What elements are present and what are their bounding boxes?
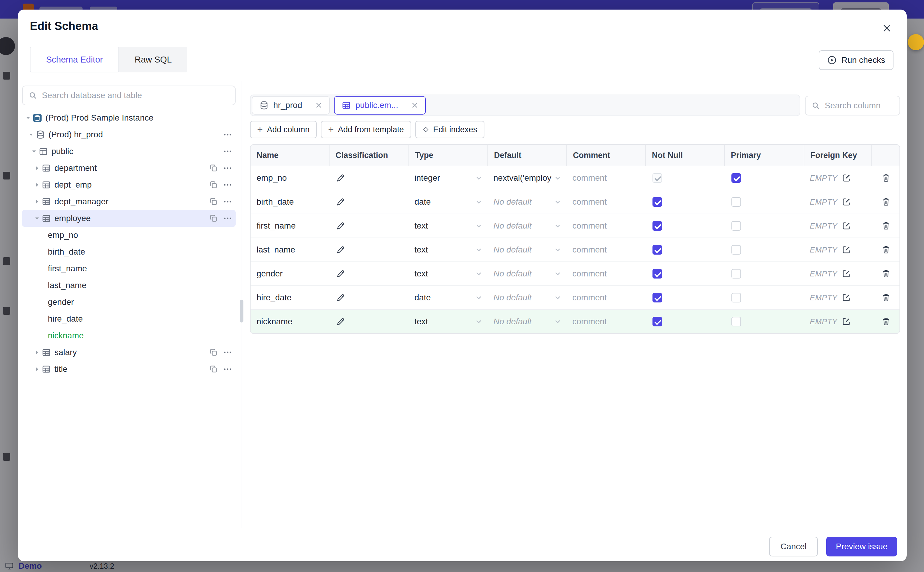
classification-edit-icon[interactable] [336, 221, 345, 230]
caret-down-icon[interactable] [29, 148, 39, 154]
type-select[interactable]: text [408, 221, 487, 231]
tree-node-hire_date[interactable]: hire_date [22, 311, 236, 327]
tree-search-input[interactable] [42, 91, 229, 100]
tab-raw-sql[interactable]: Raw SQL [119, 47, 187, 72]
not-null-checkbox[interactable] [653, 197, 662, 207]
tree-node-last_name[interactable]: last_name [22, 277, 236, 294]
tab-chip-table[interactable]: public.em... [334, 96, 426, 115]
column-search-box[interactable] [805, 96, 900, 115]
default-select[interactable]: No default [487, 245, 566, 255]
type-select[interactable]: date [408, 197, 487, 207]
comment-input[interactable]: comment [566, 293, 645, 302]
classification-edit-icon[interactable] [336, 174, 345, 182]
column-name-input[interactable]: last_name [251, 245, 329, 255]
comment-input[interactable]: comment [566, 317, 645, 326]
tree-node-gender[interactable]: gender [22, 294, 236, 311]
tree-node-department[interactable]: department [22, 160, 236, 177]
tree-search-box[interactable] [22, 85, 236, 105]
default-select[interactable]: No default [487, 221, 566, 231]
primary-checkbox[interactable] [732, 245, 741, 255]
type-select[interactable]: text [408, 317, 487, 326]
tree-node--prod-prod-sample-instance[interactable]: (Prod) Prod Sample Instance [22, 109, 236, 126]
not-null-checkbox[interactable] [653, 293, 662, 302]
delete-column-icon[interactable] [882, 293, 890, 302]
column-name-input[interactable]: nickname [251, 317, 329, 326]
caret-down-icon[interactable] [32, 215, 42, 221]
not-null-checkbox[interactable] [653, 245, 662, 255]
classification-edit-icon[interactable] [336, 317, 345, 326]
foreign-key-edit-icon[interactable] [842, 293, 851, 302]
copy-icon[interactable] [209, 348, 218, 357]
edit-indexes-button[interactable]: Edit indexes [415, 121, 484, 138]
column-name-input[interactable]: birth_date [251, 197, 329, 207]
tree-node-title[interactable]: title [22, 361, 236, 378]
tab-schema-editor[interactable]: Schema Editor [30, 47, 119, 72]
tree-node-nickname[interactable]: nickname [22, 327, 236, 344]
tab-chip-database[interactable]: hr_prod [252, 96, 330, 115]
more-menu-icon[interactable] [223, 197, 232, 206]
classification-edit-icon[interactable] [336, 269, 345, 278]
delete-column-icon[interactable] [882, 174, 890, 182]
close-icon[interactable] [879, 20, 895, 36]
column-name-input[interactable]: gender [251, 269, 329, 278]
comment-input[interactable]: comment [566, 221, 645, 231]
tree-node-public[interactable]: public [22, 143, 236, 160]
close-chip-icon[interactable] [315, 102, 322, 109]
more-menu-icon[interactable] [223, 147, 232, 156]
tree-node-dept_manager[interactable]: dept_manager [22, 193, 236, 210]
comment-input[interactable]: comment [566, 245, 645, 255]
delete-column-icon[interactable] [882, 317, 890, 326]
type-select[interactable]: integer [408, 173, 487, 183]
pane-resize-handle[interactable] [240, 300, 243, 322]
column-name-input[interactable]: hire_date [251, 293, 329, 302]
add-column-button[interactable]: + Add column [250, 121, 317, 138]
foreign-key-edit-icon[interactable] [842, 197, 851, 207]
foreign-key-edit-icon[interactable] [842, 269, 851, 278]
tree-node-birth_date[interactable]: birth_date [22, 244, 236, 260]
type-select[interactable]: date [408, 293, 487, 302]
comment-input[interactable]: comment [566, 197, 645, 207]
cancel-button[interactable]: Cancel [769, 537, 818, 556]
delete-column-icon[interactable] [882, 197, 890, 207]
foreign-key-edit-icon[interactable] [842, 317, 851, 326]
tree-node-first_name[interactable]: first_name [22, 260, 236, 277]
default-select[interactable]: No default [487, 293, 566, 302]
caret-right-icon[interactable] [32, 182, 42, 188]
type-select[interactable]: text [408, 269, 487, 278]
tree-node-dept_emp[interactable]: dept_emp [22, 177, 236, 193]
more-menu-icon[interactable] [223, 365, 232, 374]
not-null-checkbox[interactable] [653, 221, 662, 231]
default-select[interactable]: No default [487, 197, 566, 207]
close-chip-icon[interactable] [411, 102, 418, 109]
not-null-checkbox[interactable] [653, 317, 662, 326]
preview-issue-button[interactable]: Preview issue [826, 537, 897, 556]
copy-icon[interactable] [209, 365, 218, 373]
more-menu-icon[interactable] [223, 348, 232, 357]
tree-node-employee[interactable]: employee [22, 210, 236, 227]
tree-node-emp_no[interactable]: emp_no [22, 227, 236, 244]
not-null-checkbox[interactable] [653, 173, 662, 183]
copy-icon[interactable] [209, 214, 218, 222]
primary-checkbox[interactable] [732, 197, 741, 207]
primary-checkbox[interactable] [732, 173, 741, 183]
more-menu-icon[interactable] [223, 214, 232, 223]
default-select[interactable]: nextval('employ [487, 173, 566, 183]
delete-column-icon[interactable] [882, 245, 890, 254]
caret-down-icon[interactable] [26, 132, 36, 138]
primary-checkbox[interactable] [732, 269, 741, 278]
comment-input[interactable]: comment [566, 173, 645, 183]
help-button[interactable] [908, 34, 924, 50]
primary-checkbox[interactable] [732, 317, 741, 326]
classification-edit-icon[interactable] [336, 293, 345, 302]
delete-column-icon[interactable] [882, 221, 890, 230]
classification-edit-icon[interactable] [336, 197, 345, 207]
run-checks-button[interactable]: Run checks [819, 50, 893, 70]
default-select[interactable]: No default [487, 317, 566, 326]
tree-node-salary[interactable]: salary [22, 344, 236, 361]
caret-down-icon[interactable] [23, 115, 33, 121]
more-menu-icon[interactable] [223, 164, 232, 173]
caret-right-icon[interactable] [32, 366, 42, 372]
copy-icon[interactable] [209, 164, 218, 172]
type-select[interactable]: text [408, 245, 487, 255]
add-from-template-button[interactable]: + Add from template [321, 121, 411, 138]
